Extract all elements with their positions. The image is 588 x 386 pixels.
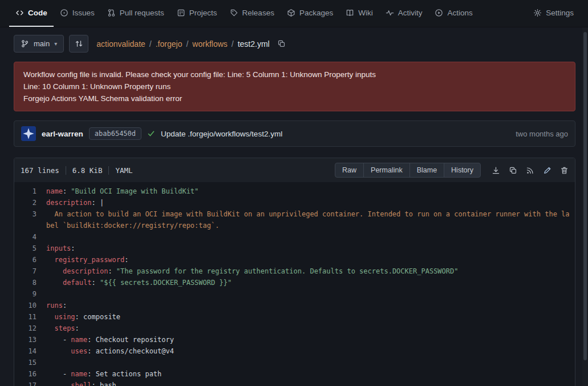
- tab-projects[interactable]: Projects: [171, 0, 224, 27]
- breadcrumb-folder-link[interactable]: workflows: [192, 39, 227, 49]
- tab-packages[interactable]: Packages: [281, 0, 339, 27]
- code-line-content: description: |: [46, 197, 575, 208]
- error-line: Line: 10 Column 1: Unknown Property runs: [23, 81, 566, 93]
- raw-button[interactable]: Raw: [335, 163, 364, 178]
- history-button[interactable]: History: [444, 163, 481, 178]
- file-meta: 167 lines 6.8 KiB YAML: [21, 166, 133, 175]
- line-number[interactable]: 11: [14, 311, 46, 323]
- commit-author[interactable]: earl-warren: [42, 130, 83, 138]
- branch-selector-button[interactable]: main ▾: [14, 35, 64, 53]
- line-number[interactable]: 14: [14, 345, 46, 357]
- line-number[interactable]: 6: [14, 254, 46, 266]
- code-token: :: [91, 381, 99, 386]
- line-number[interactable]: 8: [14, 277, 46, 288]
- project-icon: [177, 9, 185, 17]
- file-view: 167 lines 6.8 KiB YAML Raw Permalink Bla…: [14, 158, 575, 386]
- code-token: description: [63, 267, 108, 275]
- code-token: [46, 324, 54, 332]
- tab-actions[interactable]: Actions: [428, 0, 478, 27]
- rss-icon[interactable]: [526, 166, 534, 175]
- line-number[interactable]: 15: [14, 357, 46, 368]
- code-line: 4: [14, 231, 575, 243]
- code-line-content: [46, 357, 575, 368]
- code-token: :: [108, 267, 116, 275]
- scrollbar-thumb[interactable]: [583, 32, 587, 360]
- commit-message[interactable]: Update .forgejo/workflows/test2.yml: [161, 130, 282, 138]
- line-number[interactable]: 4: [14, 231, 46, 243]
- tab-releases[interactable]: Releases: [224, 0, 281, 27]
- code-token: "${{ secrets.DOCKER_PASSWORD }}": [100, 279, 232, 287]
- tab-issues[interactable]: Issues: [54, 0, 101, 27]
- code-token: An action to build an OCI image with Bui…: [46, 210, 570, 230]
- avatar[interactable]: [21, 126, 36, 141]
- code-token: bash: [100, 381, 116, 386]
- tab-label: Actions: [447, 9, 472, 17]
- code-line-content: name: "Build OCI Image with BuildKit": [46, 186, 575, 197]
- code-token: Checkout repository: [96, 336, 174, 344]
- code-line: 17 shell: bash: [14, 380, 575, 386]
- code-line-content: [46, 288, 575, 300]
- download-icon[interactable]: [492, 166, 500, 175]
- line-number[interactable]: 17: [14, 380, 46, 386]
- code-line-content: using: composite: [46, 311, 575, 323]
- copy-file-icon[interactable]: [509, 166, 517, 175]
- line-number[interactable]: 5: [14, 243, 46, 254]
- breadcrumb-folder-link[interactable]: .forgejo: [156, 39, 183, 49]
- code-line-content: shell: bash: [46, 380, 575, 386]
- gear-icon: [533, 9, 542, 17]
- code-token: -: [46, 336, 71, 344]
- file-size: 6.8 KiB: [72, 166, 103, 175]
- code-line-content: description: "The password for the regis…: [46, 266, 575, 277]
- file-line-count: 167 lines: [21, 166, 59, 175]
- tab-label: Code: [28, 9, 47, 17]
- tab-activity[interactable]: Activity: [379, 0, 429, 27]
- code-token: :: [75, 313, 83, 321]
- line-number[interactable]: 1: [14, 186, 46, 197]
- branch-bar: main ▾ actionvalidate / .forgejo / workf…: [14, 35, 575, 53]
- code-token: :: [71, 244, 75, 252]
- page-scrollbar[interactable]: [582, 27, 588, 386]
- commit-hash-badge[interactable]: abab65450d: [89, 127, 141, 140]
- line-number[interactable]: 16: [14, 368, 46, 380]
- breadcrumb-separator: /: [149, 39, 152, 49]
- code-line: 13 - name: Checkout repository: [14, 334, 575, 345]
- code-token: actions/checkout@v4: [96, 347, 174, 355]
- delete-trash-icon[interactable]: [560, 166, 569, 175]
- breadcrumb-repo-link[interactable]: actionvalidate: [96, 39, 145, 49]
- code-line: 14 uses: actions/checkout@v4: [14, 345, 575, 357]
- issue-icon: [60, 9, 68, 17]
- code-token: [46, 256, 54, 264]
- error-line: Workflow config file is invalid. Please …: [23, 69, 566, 81]
- code-line-content: An action to build an OCI image with Bui…: [46, 208, 575, 231]
- line-number[interactable]: 10: [14, 300, 46, 311]
- copy-path-icon[interactable]: [277, 39, 286, 48]
- line-number[interactable]: 13: [14, 334, 46, 345]
- latest-commit-box: earl-warren abab65450d Update .forgejo/w…: [14, 120, 575, 147]
- tab-label: Issues: [72, 9, 95, 17]
- line-number[interactable]: 12: [14, 323, 46, 334]
- code-line-content: [46, 231, 575, 243]
- edit-pencil-icon[interactable]: [543, 166, 551, 175]
- line-number[interactable]: 7: [14, 266, 46, 277]
- permalink-button[interactable]: Permalink: [363, 163, 410, 178]
- code-line: 15: [14, 357, 575, 368]
- code-line-content: - name: Checkout repository: [46, 334, 575, 345]
- line-number[interactable]: 3: [14, 208, 46, 231]
- blame-button[interactable]: Blame: [409, 163, 444, 178]
- code-line: 8 default: "${{ secrets.DOCKER_PASSWORD …: [14, 277, 575, 288]
- line-number[interactable]: 2: [14, 197, 46, 208]
- compare-button[interactable]: [69, 35, 88, 53]
- code-line: 11 using: composite: [14, 311, 575, 323]
- tab-pull-requests[interactable]: Pull requests: [101, 0, 171, 27]
- tab-wiki[interactable]: Wiki: [339, 0, 379, 27]
- tab-settings[interactable]: Settings: [527, 0, 580, 27]
- line-number[interactable]: 9: [14, 288, 46, 300]
- file-header: 167 lines 6.8 KiB YAML Raw Permalink Bla…: [14, 158, 575, 182]
- code-line-content: uses: actions/checkout@v4: [46, 345, 575, 357]
- tab-label: Wiki: [358, 9, 373, 17]
- code-token: inputs: [46, 244, 71, 252]
- code-token: using: [54, 313, 75, 321]
- tab-code[interactable]: Code: [9, 0, 54, 27]
- code-token: :: [87, 336, 95, 344]
- commit-status-check-icon[interactable]: [147, 130, 155, 138]
